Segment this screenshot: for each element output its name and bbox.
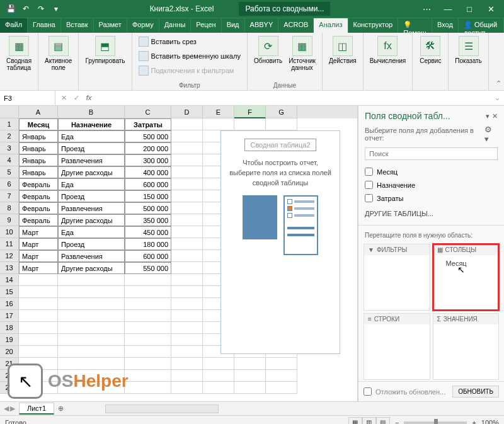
cell[interactable]: Развлечения <box>58 154 125 166</box>
cell[interactable] <box>58 346 125 358</box>
tab-acrobat[interactable]: ACROB <box>278 18 314 33</box>
cell[interactable] <box>125 322 171 334</box>
tab-share[interactable]: 👤 Общий доступ <box>459 18 504 33</box>
cell[interactable]: 200 000 <box>125 142 171 154</box>
cell[interactable]: Февраль <box>19 178 58 190</box>
cell[interactable] <box>171 118 203 130</box>
cell[interactable] <box>58 274 125 286</box>
cell[interactable]: Назначение <box>58 118 125 130</box>
field-purpose-checkbox[interactable] <box>365 181 373 189</box>
add-sheet-button[interactable]: ⊕ <box>54 404 67 413</box>
field-pane-close-button[interactable]: ✕ <box>492 112 498 120</box>
cell[interactable] <box>234 118 266 130</box>
row-header[interactable]: 2 <box>0 130 19 142</box>
cell[interactable] <box>125 334 171 346</box>
field-pane-dropdown[interactable]: ▾ <box>486 112 490 120</box>
cell[interactable] <box>58 298 125 310</box>
cell[interactable]: Проезд <box>58 142 125 154</box>
tab-help[interactable]: 💡 Помощ <box>398 18 432 33</box>
cell[interactable] <box>171 334 203 346</box>
cell[interactable]: Проезд <box>58 190 125 202</box>
row-header[interactable]: 11 <box>0 238 19 250</box>
cell[interactable] <box>171 154 203 166</box>
select-all-corner[interactable] <box>0 106 19 118</box>
sheet-nav-prev[interactable]: ◀ <box>4 404 9 413</box>
cell[interactable] <box>125 286 171 298</box>
cell[interactable]: Март <box>19 226 58 238</box>
defer-update-checkbox[interactable] <box>364 387 372 396</box>
page-break-view-button[interactable]: ▤ <box>376 417 390 425</box>
row-header[interactable]: 10 <box>0 226 19 238</box>
cell[interactable] <box>58 322 125 334</box>
field-cost[interactable]: Затраты <box>365 192 498 205</box>
tab-review[interactable]: Рецен <box>191 18 221 33</box>
columns-drop-zone[interactable]: ▦СТОЛБЦЫ Месяц ↖ <box>433 244 500 311</box>
tab-file[interactable]: Файл <box>0 18 28 33</box>
cell[interactable]: Март <box>19 262 58 274</box>
row-header[interactable]: 17 <box>0 310 19 322</box>
tools-button[interactable]: 🛠 Сервис <box>416 35 444 89</box>
row-header[interactable]: 13 <box>0 262 19 274</box>
col-header-c[interactable]: C <box>125 106 171 118</box>
row-header[interactable]: 18 <box>0 322 19 334</box>
row-header[interactable]: 5 <box>0 166 19 178</box>
horizontal-scrollbar[interactable] <box>105 404 219 413</box>
cell[interactable]: Январь <box>19 130 58 142</box>
tab-view[interactable]: Вид <box>222 18 245 33</box>
field-search-input[interactable] <box>365 147 498 160</box>
row-header[interactable]: 4 <box>0 154 19 166</box>
cell[interactable] <box>125 370 171 382</box>
undo-button[interactable]: ↶ <box>19 2 33 16</box>
cell[interactable]: Февраль <box>19 214 58 226</box>
row-header[interactable]: 3 <box>0 142 19 154</box>
cell[interactable] <box>19 346 58 358</box>
field-purpose[interactable]: Назначение <box>365 178 498 192</box>
cell[interactable] <box>203 370 234 382</box>
row-header[interactable]: 14 <box>0 274 19 286</box>
redo-button[interactable]: ↷ <box>34 2 48 16</box>
row-header[interactable]: 16 <box>0 298 19 310</box>
cell[interactable] <box>266 358 297 370</box>
cell[interactable] <box>125 298 171 310</box>
minimize-button[interactable]: — <box>438 2 457 16</box>
data-source-button[interactable]: ▦ Источник данных <box>286 35 318 81</box>
cell[interactable] <box>171 286 203 298</box>
cell[interactable]: 500 000 <box>125 130 171 142</box>
save-button[interactable]: 💾 <box>4 2 18 16</box>
col-header-a[interactable]: A <box>19 106 58 118</box>
tab-signin[interactable]: Вход <box>432 18 459 33</box>
collapse-ribbon-button[interactable]: ⌃ <box>496 79 501 88</box>
tab-home[interactable]: Главна <box>28 18 61 33</box>
cell[interactable] <box>171 322 203 334</box>
cell[interactable] <box>171 346 203 358</box>
cell[interactable]: Развлечения <box>58 202 125 214</box>
cell[interactable]: Другие расходы <box>58 262 125 274</box>
cell[interactable] <box>19 322 58 334</box>
cell[interactable]: 500 000 <box>125 202 171 214</box>
qat-customize[interactable]: ▾ <box>49 2 63 16</box>
cell[interactable]: Месяц <box>19 118 58 130</box>
row-header[interactable]: 9 <box>0 214 19 226</box>
filter-connections-button[interactable]: Подключения к фильтрам <box>136 64 243 77</box>
cell[interactable]: Февраль <box>19 202 58 214</box>
insert-timeline-button[interactable]: Вставить временную шкалу <box>136 49 243 63</box>
row-header[interactable]: 7 <box>0 190 19 202</box>
cancel-formula-button[interactable]: ✕ <box>58 94 69 102</box>
cell[interactable]: 180 000 <box>125 238 171 250</box>
cell[interactable] <box>58 310 125 322</box>
row-header[interactable]: 19 <box>0 334 19 346</box>
expand-formula-button[interactable]: ⌄ <box>491 94 504 102</box>
rows-drop-zone[interactable]: ≡СТРОКИ <box>364 313 430 380</box>
tab-design[interactable]: Конструктор <box>348 18 399 33</box>
cell[interactable] <box>19 334 58 346</box>
cell[interactable] <box>171 262 203 274</box>
cell[interactable] <box>58 334 125 346</box>
tab-analyze[interactable]: Анализ <box>314 18 348 33</box>
fx-button[interactable]: fx <box>83 94 94 102</box>
actions-button[interactable]: ◫ Действия <box>326 35 359 89</box>
cell[interactable] <box>266 382 297 394</box>
tab-insert[interactable]: Вставк <box>61 18 94 33</box>
cell[interactable] <box>125 274 171 286</box>
cell[interactable] <box>171 166 203 178</box>
cell[interactable] <box>234 370 266 382</box>
